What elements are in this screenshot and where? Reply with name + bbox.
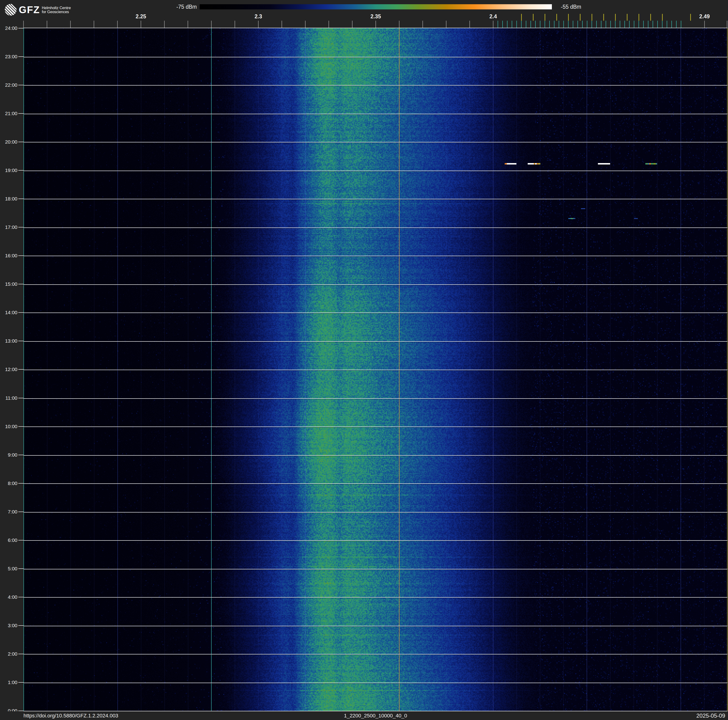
ble-channel-tick [615,21,615,28]
hour-tick [18,568,23,569]
frequency-axis-label: 2.3 [244,13,272,20]
ble-channel-tick [596,21,597,28]
wifi-channel-tick [603,14,604,21]
hour-label: 23:00 [0,54,17,60]
ble-channel-tick [531,21,531,28]
ble-channel-tick [606,21,606,28]
hour-tick [18,85,23,85]
hour-tick [18,512,23,512]
ble-channel-tick [540,21,540,28]
ble-channel-tick [657,21,658,28]
ble-channel-tick [629,21,630,28]
hour-tick [18,369,23,370]
wifi-channel-tick [615,14,616,21]
hour-label: 3:00 [0,622,17,629]
ble-channel-tick [521,21,522,28]
ble-channel-tick [498,21,498,28]
doi-text: https://doi.org/10.5880/GFZ.1.2.2024.003 [23,712,118,719]
hour-label: 15:00 [0,281,17,287]
hour-tick [18,711,23,711]
hour-tick [18,256,23,256]
hour-label: 17:00 [0,224,17,230]
freq-tick [422,21,423,28]
freq-tick [376,21,376,28]
spectrogram-canvas [23,28,728,711]
wifi-channel-tick [544,14,545,21]
hour-label: 8:00 [0,480,17,486]
freq-tick [141,21,141,28]
hour-tick [18,57,23,57]
hour-tick [18,654,23,654]
spectrogram-page: GFZ Helmholtz Centre for Geosciences -75… [0,0,728,720]
hour-tick [18,597,23,597]
freq-tick [493,21,493,28]
hour-label: 6:00 [0,537,17,543]
hour-label: 5:00 [0,565,17,572]
hour-label: 21:00 [0,110,17,116]
hour-label: 10:00 [0,423,17,430]
hour-label: 20:00 [0,139,17,145]
hour-tick [18,113,23,114]
hour-label: 13:00 [0,338,17,344]
hour-label: 7:00 [0,509,17,515]
dataset-id-text: 1_2200_2500_10000_40_0 [344,712,407,719]
hour-label: 1:00 [0,679,17,685]
hour-label: 24:00 [0,25,17,31]
ble-channel-tick [610,21,611,28]
ble-channel-tick [573,21,573,28]
frequency-axis-label: 2.25 [127,13,155,20]
freq-tick-right-edge [727,21,727,28]
footer-bar: https://doi.org/10.5880/GFZ.1.2.2024.003… [0,711,728,720]
hour-tick [18,398,23,398]
freq-tick [446,21,447,28]
frequency-axis-label: 2.35 [362,13,390,20]
hour-label: 14:00 [0,309,17,316]
frequency-axis-label: 2.4 [479,13,507,20]
ble-channel-tick [587,21,587,28]
freq-tick [470,21,470,28]
hour-tick [18,28,23,28]
freq-tick [281,21,282,28]
hour-tick [18,199,23,199]
hour-tick [18,284,23,284]
ble-channel-tick [653,21,653,28]
ble-channel-tick [578,21,578,28]
hour-label: 4:00 [0,594,17,600]
frequency-axis-label: 2.49 [690,13,719,20]
wifi-channel-tick [580,14,581,21]
freq-tick [399,21,399,28]
freq-tick [164,21,165,28]
ble-channel-tick [549,21,550,28]
ble-channel-tick [559,21,559,28]
hour-tick [18,483,23,484]
hour-tick [18,625,23,626]
freq-tick [47,21,47,28]
ble-channel-tick [643,21,644,28]
ble-channel-tick [681,21,681,28]
ble-channel-tick [620,21,620,28]
hour-tick [18,312,23,313]
ble-channel-tick [634,21,634,28]
spectrogram-plot-area [23,28,728,711]
ble-channel-tick [648,21,648,28]
freq-tick [329,21,329,28]
hour-tick [18,682,23,683]
ble-channel-tick [507,21,508,28]
ble-channel-tick [512,21,512,28]
ble-channel-tick [671,21,672,28]
wifi-channel-tick [639,14,639,21]
freq-tick [352,21,352,28]
ble-channel-tick [662,21,662,28]
hour-label: 2:00 [0,651,17,657]
hour-label: 19:00 [0,167,17,173]
hour-tick [18,142,23,142]
hour-label: 9:00 [0,452,17,458]
ble-channel-tick [535,21,536,28]
ble-channel-tick [563,21,564,28]
hour-tick [18,341,23,341]
hour-tick [18,227,23,227]
freq-tick [117,21,118,28]
hour-tick [18,540,23,541]
freq-tick [704,21,705,28]
hour-tick [18,170,23,171]
